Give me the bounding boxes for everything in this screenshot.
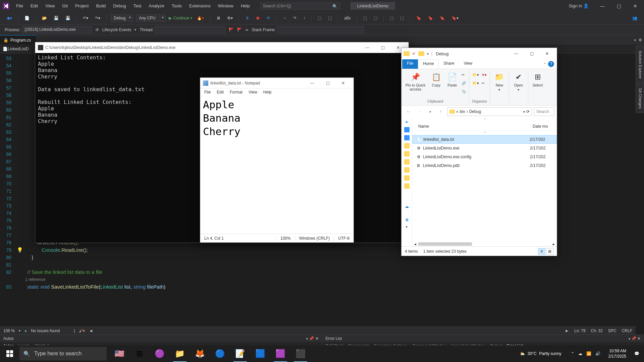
maximize-button[interactable]: ▢ <box>320 78 335 88</box>
help-icon[interactable]: ? <box>548 61 554 67</box>
app-copilot[interactable]: 🟣 <box>150 345 170 362</box>
settings-icon[interactable]: ⚙ <box>639 38 642 42</box>
app-file-explorer[interactable]: 📁 <box>170 345 190 362</box>
app-edge[interactable]: 🔵 <box>210 345 230 362</box>
toolbar-icon-f[interactable]: ⬚ <box>388 15 395 21</box>
file-row[interactable]: 🗎LinkedListDemo.pdb2/17/202 <box>412 161 557 170</box>
npmenu-format[interactable]: Format <box>227 89 245 96</box>
qat-dropdown-icon[interactable]: ▾ <box>427 52 429 56</box>
bookmark-prev-icon[interactable]: 🔖 <box>426 15 435 21</box>
menu-debug[interactable]: Debug <box>110 2 129 10</box>
ribbon-collapse-icon[interactable]: ⌃ <box>543 62 546 66</box>
toolbar-icon-b[interactable]: ⬚ <box>326 15 334 21</box>
save-icon[interactable]: 💾 <box>52 15 61 21</box>
minimize-button[interactable]: — <box>596 2 609 10</box>
live-share-icon[interactable]: 👥 <box>630 15 639 21</box>
notifications-button[interactable]: 💬 <box>632 351 642 356</box>
copy-button[interactable]: 📋 Copy <box>429 71 443 88</box>
new-button[interactable]: 📁 New▾ <box>493 71 506 92</box>
npmenu-edit[interactable]: Edit <box>214 89 226 96</box>
weather-widget[interactable]: ⛅ 30°C Partly sunny <box>515 351 566 356</box>
file-row[interactable]: ⚙LinkedListDemo.exe2/17/202 <box>412 144 557 153</box>
move-to-button[interactable]: 📁▾ <box>472 71 479 78</box>
close-button[interactable]: ✕ <box>629 2 641 10</box>
tab-program-cs[interactable]: 🔒 Program.cs <box>0 35 36 45</box>
menu-view[interactable]: View <box>42 2 58 10</box>
npmenu-view[interactable]: View <box>246 89 260 96</box>
maximize-button[interactable]: ▢ <box>375 42 390 53</box>
rename-button[interactable]: ✏ <box>482 79 487 87</box>
copy-to-button[interactable]: 📁▾ <box>472 79 479 87</box>
process-dropdown[interactable]: [15516] LinkedListDemo.exe <box>22 26 92 34</box>
brush-icon[interactable]: 🖌▾ <box>79 328 85 333</box>
menu-analyze[interactable]: Analyze <box>145 2 167 10</box>
back-button[interactable]: ← <box>404 107 413 116</box>
col-date[interactable]: Date mo <box>530 124 557 129</box>
taskbar-search[interactable]: 🔍 Type here to search <box>19 347 107 360</box>
zoom-level[interactable]: 106 % <box>3 328 15 333</box>
taskbar-clock[interactable]: 10:59 AM 2/17/2025 <box>605 348 630 359</box>
toolbar-icon-g[interactable]: ⬚ <box>398 15 406 21</box>
open-button[interactable]: ✔ Open▾ <box>512 71 525 92</box>
pause-icon[interactable]: ⏸ <box>243 15 251 21</box>
pin-icon[interactable]: 📌 <box>631 336 637 341</box>
ribbon-tab-home[interactable]: Home <box>418 59 439 69</box>
npmenu-help[interactable]: Help <box>261 89 274 96</box>
signin-button[interactable]: Sign in 👤 <box>566 2 592 10</box>
paste-shortcut-button[interactable]: 📎 <box>462 88 466 95</box>
configuration-dropdown[interactable]: Debug <box>111 14 133 22</box>
npmenu-file[interactable]: File <box>202 89 213 96</box>
thread-icon[interactable]: ∞ <box>246 27 249 32</box>
details-view-button[interactable]: ≡ <box>538 248 545 255</box>
icons-view-button[interactable]: ⊞ <box>546 248 553 255</box>
nav-namespace[interactable]: LinkedListD <box>8 47 29 51</box>
maximize-button[interactable]: ▢ <box>524 48 539 59</box>
bookmark-icon[interactable]: 🔖 <box>414 15 423 21</box>
minimize-button[interactable]: — <box>508 48 524 59</box>
ribbon-tab-file[interactable]: File <box>402 59 418 69</box>
notepad-titlebar[interactable]: linkedlist_data.txt - Notepad — ▢ ✕ <box>200 78 354 88</box>
toolbar-icon-c[interactable]: абс <box>342 15 353 21</box>
menu-project[interactable]: Project <box>72 2 92 10</box>
wifi-icon[interactable]: 📶 <box>586 351 591 356</box>
col-name[interactable]: Name <box>416 124 530 129</box>
volume-icon[interactable]: 🔊 <box>595 351 600 356</box>
menu-test[interactable]: Test <box>130 2 145 10</box>
continue-button[interactable]: ▶ Continue ▾ <box>169 16 192 20</box>
system-tray[interactable]: ⌃ ☁ 📶 🔊 <box>568 351 603 356</box>
bookmark-clear-icon[interactable]: 🔖▾ <box>449 15 461 21</box>
ribbon-tab-view[interactable]: View <box>459 59 477 69</box>
notepad-textarea[interactable]: Apple Banana Cherry <box>200 97 354 234</box>
explorer-titlebar[interactable]: ✔ ▾ | Debug — ▢ ✕ <box>401 48 557 59</box>
nav-pane[interactable]: ★ ☁ 🖥 ▾ <box>401 118 412 246</box>
minimize-button[interactable]: — <box>360 42 375 53</box>
address-path[interactable]: « bin › Debug ▾ ⟳ <box>447 107 532 116</box>
platform-dropdown[interactable]: Any CPU <box>136 14 166 22</box>
path-debug[interactable]: Debug <box>469 109 481 114</box>
path-bin[interactable]: bin <box>460 109 465 114</box>
tabs-overflow-icon[interactable]: ▾ <box>634 38 636 42</box>
explorer-search[interactable]: Search <box>534 107 554 116</box>
toolbar-icon-a[interactable]: ⬚ <box>316 15 323 21</box>
toolbox-icon[interactable]: ⚙▾ <box>225 15 235 21</box>
sort-icon[interactable]: ⌃ <box>412 131 557 135</box>
maximize-button[interactable]: ▢ <box>613 2 625 10</box>
pin-icon[interactable]: 📌 <box>309 336 315 341</box>
paste-button[interactable]: 📄 Paste <box>445 71 459 88</box>
stop-icon[interactable]: ⏹ <box>254 15 262 21</box>
start-button[interactable] <box>0 345 19 362</box>
file-row[interactable]: 📄linkedlist_data.txt2/17/202 <box>412 135 557 144</box>
close-button[interactable]: ✕ <box>539 48 555 59</box>
close-button[interactable]: ✕ <box>335 78 351 88</box>
scroll-left-icon[interactable]: ◄ <box>89 328 93 333</box>
menu-extensions[interactable]: Extensions <box>186 2 214 10</box>
file-row[interactable]: ⚙LinkedListDemo.exe.config2/17/202 <box>412 153 557 161</box>
bookmark-next-icon[interactable]: 🔖 <box>438 15 447 21</box>
copy-path-button[interactable]: 🔗 <box>462 79 466 87</box>
forward-button[interactable]: → <box>415 107 424 116</box>
redo-icon[interactable]: ↷▾ <box>93 15 102 21</box>
flag-icon[interactable]: 🚩 <box>229 27 234 32</box>
step-into-icon[interactable]: → <box>280 15 288 21</box>
stackframe-dropdown[interactable] <box>277 26 364 34</box>
pin-quick-access-button[interactable]: 📌 Pin to Quick access <box>404 71 427 92</box>
